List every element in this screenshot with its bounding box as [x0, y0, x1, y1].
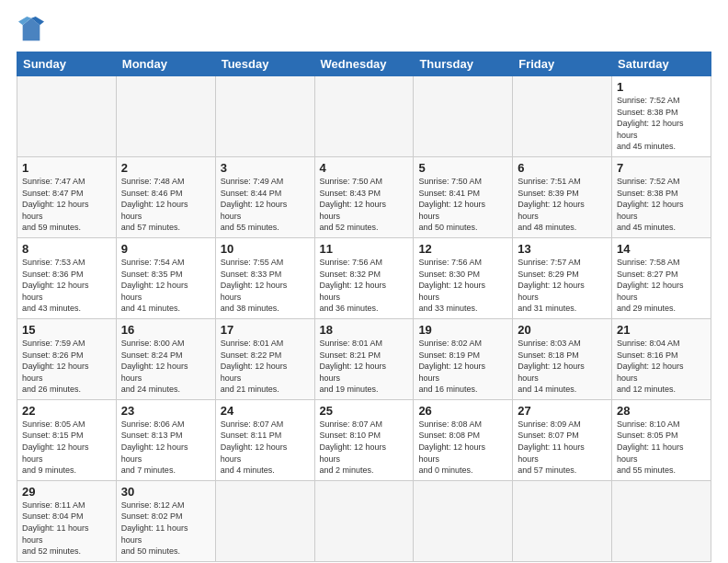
day-number: 6 [518, 161, 607, 175]
day-number: 30 [121, 485, 210, 499]
day-number: 23 [121, 404, 210, 418]
day-info: Sunrise: 7:51 AMSunset: 8:39 PMDaylight:… [518, 176, 607, 234]
calendar-header-wednesday: Wednesday [314, 52, 414, 76]
day-number: 13 [518, 242, 607, 256]
calendar-day: 25Sunrise: 8:07 AMSunset: 8:10 PMDayligh… [314, 399, 414, 480]
calendar-day: 15Sunrise: 7:59 AMSunset: 8:26 PMDayligh… [17, 318, 117, 399]
day-info: Sunrise: 8:05 AMSunset: 8:15 PMDaylight:… [22, 419, 111, 477]
day-number: 5 [418, 161, 507, 175]
day-number: 15 [22, 323, 111, 337]
day-info: Sunrise: 7:54 AMSunset: 8:35 PMDaylight:… [121, 257, 210, 315]
day-number: 12 [418, 242, 507, 256]
day-info: Sunrise: 8:00 AMSunset: 8:24 PMDaylight:… [121, 338, 210, 396]
calendar-week-6: 29Sunrise: 8:11 AMSunset: 8:04 PMDayligh… [17, 480, 711, 561]
calendar-header-friday: Friday [513, 52, 612, 76]
calendar-day: 5Sunrise: 7:50 AMSunset: 8:41 PMDaylight… [414, 156, 513, 237]
calendar-day: 4Sunrise: 7:50 AMSunset: 8:43 PMDaylight… [314, 156, 414, 237]
day-number: 16 [121, 323, 210, 337]
day-number: 21 [617, 323, 706, 337]
day-number: 14 [617, 242, 706, 256]
calendar-day: 22Sunrise: 8:05 AMSunset: 8:15 PMDayligh… [17, 399, 117, 480]
day-number: 28 [617, 404, 706, 418]
calendar-week-5: 22Sunrise: 8:05 AMSunset: 8:15 PMDayligh… [17, 399, 711, 480]
calendar-day [513, 480, 612, 561]
calendar-day [17, 76, 117, 157]
day-info: Sunrise: 8:09 AMSunset: 8:07 PMDaylight:… [518, 419, 607, 477]
day-info: Sunrise: 7:56 AMSunset: 8:30 PMDaylight:… [418, 257, 507, 315]
calendar-week-4: 15Sunrise: 7:59 AMSunset: 8:26 PMDayligh… [17, 318, 711, 399]
day-info: Sunrise: 8:12 AMSunset: 8:02 PMDaylight:… [121, 500, 210, 557]
day-info: Sunrise: 8:01 AMSunset: 8:21 PMDaylight:… [320, 338, 409, 396]
calendar-day: 30Sunrise: 8:12 AMSunset: 8:02 PMDayligh… [116, 480, 215, 561]
day-number: 7 [617, 161, 706, 175]
day-info: Sunrise: 7:59 AMSunset: 8:26 PMDaylight:… [22, 338, 111, 396]
day-number: 25 [320, 404, 409, 418]
day-number: 1 [617, 80, 706, 94]
calendar-day: 18Sunrise: 8:01 AMSunset: 8:21 PMDayligh… [314, 318, 414, 399]
calendar-day [215, 76, 314, 157]
calendar-header-monday: Monday [116, 52, 215, 76]
logo-block [17, 20, 44, 42]
calendar-day: 17Sunrise: 8:01 AMSunset: 8:22 PMDayligh… [215, 318, 314, 399]
calendar-header-tuesday: Tuesday [215, 52, 314, 76]
day-number: 3 [221, 161, 310, 175]
calendar-day [612, 480, 711, 561]
calendar-day: 11Sunrise: 7:56 AMSunset: 8:32 PMDayligh… [314, 237, 414, 318]
calendar-day: 3Sunrise: 7:49 AMSunset: 8:44 PMDaylight… [215, 156, 314, 237]
day-number: 2 [121, 161, 210, 175]
day-info: Sunrise: 7:49 AMSunset: 8:44 PMDaylight:… [221, 176, 310, 234]
calendar-day: 13Sunrise: 7:57 AMSunset: 8:29 PMDayligh… [513, 237, 612, 318]
day-number: 1 [22, 161, 111, 175]
calendar-day: 10Sunrise: 7:55 AMSunset: 8:33 PMDayligh… [215, 237, 314, 318]
calendar-header-row: SundayMondayTuesdayWednesdayThursdayFrid… [17, 52, 711, 76]
day-info: Sunrise: 7:58 AMSunset: 8:27 PMDaylight:… [617, 257, 706, 315]
calendar-day [314, 480, 414, 561]
calendar-week-2: 1Sunrise: 7:47 AMSunset: 8:47 PMDaylight… [17, 156, 711, 237]
day-info: Sunrise: 8:08 AMSunset: 8:08 PMDaylight:… [418, 419, 507, 477]
calendar-day: 8Sunrise: 7:53 AMSunset: 8:36 PMDaylight… [17, 237, 117, 318]
calendar-day: 24Sunrise: 8:07 AMSunset: 8:11 PMDayligh… [215, 399, 314, 480]
calendar-day: 16Sunrise: 8:00 AMSunset: 8:24 PMDayligh… [116, 318, 215, 399]
calendar-week-1: 1Sunrise: 7:52 AMSunset: 8:38 PMDaylight… [17, 76, 711, 157]
calendar-day [215, 480, 314, 561]
calendar-day: 29Sunrise: 8:11 AMSunset: 8:04 PMDayligh… [17, 480, 117, 561]
day-number: 18 [320, 323, 409, 337]
day-number: 19 [418, 323, 507, 337]
calendar-day: 14Sunrise: 7:58 AMSunset: 8:27 PMDayligh… [612, 237, 711, 318]
calendar-day: 1Sunrise: 7:47 AMSunset: 8:47 PMDaylight… [17, 156, 117, 237]
calendar-day: 20Sunrise: 8:03 AMSunset: 8:18 PMDayligh… [513, 318, 612, 399]
day-info: Sunrise: 7:55 AMSunset: 8:33 PMDaylight:… [221, 257, 310, 315]
calendar-day [513, 76, 612, 157]
calendar-header-sunday: Sunday [17, 52, 117, 76]
calendar-day: 21Sunrise: 8:04 AMSunset: 8:16 PMDayligh… [612, 318, 711, 399]
day-info: Sunrise: 8:04 AMSunset: 8:16 PMDaylight:… [617, 338, 706, 396]
page: SundayMondayTuesdayWednesdayThursdayFrid… [0, 0, 728, 563]
calendar-week-3: 8Sunrise: 7:53 AMSunset: 8:36 PMDaylight… [17, 237, 711, 318]
day-info: Sunrise: 7:50 AMSunset: 8:41 PMDaylight:… [418, 176, 507, 234]
calendar-day: 12Sunrise: 7:56 AMSunset: 8:30 PMDayligh… [414, 237, 513, 318]
day-info: Sunrise: 8:01 AMSunset: 8:22 PMDaylight:… [221, 338, 310, 396]
day-info: Sunrise: 8:07 AMSunset: 8:10 PMDaylight:… [320, 419, 409, 477]
day-info: Sunrise: 7:56 AMSunset: 8:32 PMDaylight:… [320, 257, 409, 315]
calendar-header-thursday: Thursday [414, 52, 513, 76]
header [17, 17, 711, 42]
logo [17, 17, 44, 42]
calendar-day [314, 76, 414, 157]
day-number: 29 [22, 485, 111, 499]
day-number: 8 [22, 242, 111, 256]
logo-icon [18, 17, 44, 42]
day-number: 17 [221, 323, 310, 337]
calendar-day: 19Sunrise: 8:02 AMSunset: 8:19 PMDayligh… [414, 318, 513, 399]
calendar-table: SundayMondayTuesdayWednesdayThursdayFrid… [17, 52, 711, 562]
day-info: Sunrise: 7:52 AMSunset: 8:38 PMDaylight:… [617, 176, 706, 234]
day-number: 27 [518, 404, 607, 418]
day-number: 9 [121, 242, 210, 256]
calendar-day: 28Sunrise: 8:10 AMSunset: 8:05 PMDayligh… [612, 399, 711, 480]
day-info: Sunrise: 7:57 AMSunset: 8:29 PMDaylight:… [518, 257, 607, 315]
calendar-day: 1Sunrise: 7:52 AMSunset: 8:38 PMDaylight… [612, 76, 711, 157]
day-info: Sunrise: 7:53 AMSunset: 8:36 PMDaylight:… [22, 257, 111, 315]
day-info: Sunrise: 8:10 AMSunset: 8:05 PMDaylight:… [617, 419, 706, 477]
day-number: 20 [518, 323, 607, 337]
calendar-day: 23Sunrise: 8:06 AMSunset: 8:13 PMDayligh… [116, 399, 215, 480]
day-number: 10 [221, 242, 310, 256]
